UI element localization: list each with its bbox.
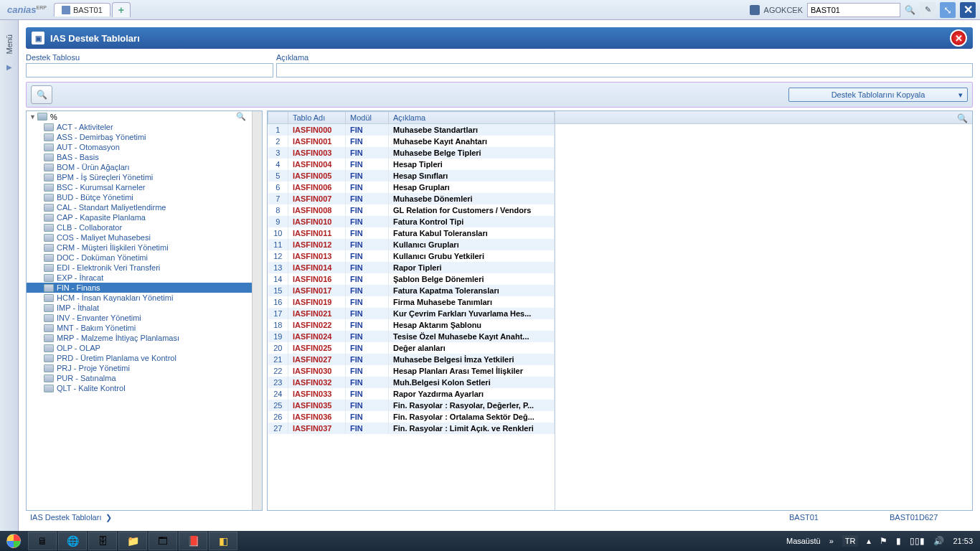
col-desc[interactable]: Açıklama xyxy=(389,112,555,124)
tree-item-label: ACT - Aktiviteler xyxy=(57,123,113,131)
tree-item[interactable]: AUT - Otomasyon xyxy=(27,142,252,152)
table-row[interactable]: 7IASFIN007FINMuhasebe Dönemleri xyxy=(268,193,555,204)
taskbar-item-folder[interactable]: 📁 xyxy=(118,532,147,550)
tree-item[interactable]: CAP - Kapasite Planlama xyxy=(27,212,252,222)
table-search-icon[interactable]: 🔍 xyxy=(957,113,968,123)
tree-item[interactable]: OLP - OLAP xyxy=(27,343,252,353)
folder-icon xyxy=(44,234,54,242)
tree-item[interactable]: MNT - Bakım Yönetimi xyxy=(27,323,252,333)
table-row[interactable]: 14IASFIN016FINŞablon Belge Dönemleri xyxy=(268,273,555,285)
taskbar-item-window[interactable]: 🗔 xyxy=(149,532,177,550)
table-row[interactable]: 5IASFIN005FINHesap Sınıfları xyxy=(268,170,555,182)
tree-item[interactable]: BPM - İş Süreçleri Yönetimi xyxy=(27,172,252,182)
new-tab-button[interactable]: + xyxy=(112,2,131,17)
tree-item[interactable]: FIN - Finans xyxy=(27,283,252,293)
flag-icon[interactable]: ⚑ xyxy=(880,536,887,546)
search-icon[interactable]: 🔍 xyxy=(905,5,915,15)
taskbar-item-db[interactable]: 🗄 xyxy=(88,532,117,550)
tree-item[interactable]: COS - Maliyet Muhasebesi xyxy=(27,232,252,242)
tree-item[interactable]: EDI - Elektronik Veri Transferi xyxy=(27,263,252,273)
network-icon[interactable]: ▯▯▮ xyxy=(910,536,925,546)
menu-expand-icon[interactable]: ▶ xyxy=(6,63,12,71)
tree-item[interactable]: PUR - Satınalma xyxy=(27,373,252,383)
tree-item[interactable]: HCM - İnsan Kaynakları Yönetimi xyxy=(27,293,252,303)
tree-item[interactable]: CRM - Müşteri İlişkileri Yönetimi xyxy=(27,242,252,253)
filter-table-input[interactable] xyxy=(26,63,273,77)
page-title: IAS Destek Tabloları xyxy=(50,33,140,44)
page-close-button[interactable]: ✕ xyxy=(950,29,967,47)
table-row[interactable]: 6IASFIN006FINHesap Grupları xyxy=(268,182,555,193)
tree-collapse-icon[interactable]: ▼ xyxy=(29,113,36,121)
tree-item[interactable]: QLT - Kalite Kontrol xyxy=(27,383,252,393)
tree-item[interactable]: BUD - Bütçe Yönetimi xyxy=(27,192,252,202)
taskbar-item-chrome[interactable]: 🌐 xyxy=(58,532,87,550)
table-row[interactable]: 13IASFIN014FINRapor Tipleri xyxy=(268,262,555,273)
cell-desc: Fin. Rasyolar : Rasyolar, Değerler, P... xyxy=(389,400,555,411)
table-row[interactable]: 4IASFIN004FINHesap Tipleri xyxy=(268,159,555,170)
table-row[interactable]: 9IASFIN010FINFatura Kontrol Tipi xyxy=(268,216,555,227)
cell-module: FIN xyxy=(346,216,389,227)
table-row[interactable]: 3IASFIN003FINMuhasebe Belge Tipleri xyxy=(268,147,555,159)
tree-item[interactable]: CLB - Collaborator xyxy=(27,222,252,232)
menu-sidebar[interactable]: Menü ▶ xyxy=(0,20,19,531)
table-row[interactable]: 15IASFIN017FINFatura Kapatma Toleranslar… xyxy=(268,285,555,296)
table-row[interactable]: 25IASFIN035FINFin. Rasyolar : Rasyolar, … xyxy=(268,400,555,411)
col-rownum[interactable] xyxy=(268,112,288,124)
tree-item[interactable]: CAL - Standart Maliyetlendirme xyxy=(27,202,252,212)
volume-icon[interactable]: 🔊 xyxy=(933,536,944,546)
filter-desc-input[interactable] xyxy=(276,63,973,77)
language-indicator[interactable]: TR xyxy=(842,535,859,547)
col-module[interactable]: Modül xyxy=(346,112,389,124)
table-row[interactable]: 16IASFIN019FINFirma Muhasebe Tanımları xyxy=(268,296,555,308)
tree-scrollbar[interactable] xyxy=(252,111,262,510)
table-row[interactable]: 26IASFIN036FINFin. Rasyolar : Ortalama S… xyxy=(268,411,555,423)
table-row[interactable]: 23IASFIN032FINMuh.Belgesi Kolon Setleri xyxy=(268,377,555,388)
tree-item[interactable]: MRP - Malzeme İhtiyaç Planlaması xyxy=(27,333,252,343)
table-row[interactable]: 27IASFIN037FINFin. Rasyolar : Limit Açık… xyxy=(268,423,555,434)
table-row[interactable]: 12IASFIN013FINKullanıcı Grubu Yetkileri xyxy=(268,250,555,262)
window-edit-button[interactable] xyxy=(920,2,936,18)
module-tree[interactable]: ▼ % 🔍 ACT - AktivitelerASS - Demirbaş Yö… xyxy=(27,111,252,510)
tree-item[interactable]: ACT - Aktiviteler xyxy=(27,122,252,132)
taskbar-item-pdf[interactable]: 📕 xyxy=(179,532,207,550)
tree-item[interactable]: PRD - Üretim Planlama ve Kontrol xyxy=(27,353,252,363)
tree-item[interactable]: BOM - Ürün Ağaçları xyxy=(27,162,252,172)
tree-item[interactable]: BSC - Kurumsal Karneler xyxy=(27,182,252,192)
search-button[interactable] xyxy=(31,85,52,104)
table-row[interactable]: 8IASFIN008FINGL Relation for Customers /… xyxy=(268,204,555,216)
breadcrumb[interactable]: IAS Destek Tabloları xyxy=(30,513,101,522)
window-maximize-button[interactable] xyxy=(940,2,956,18)
col-table-name[interactable]: Tablo Adı xyxy=(288,112,346,124)
tab-bast01[interactable]: BAST01 xyxy=(54,3,110,17)
tree-item[interactable]: PRJ - Proje Yönetimi xyxy=(27,363,252,373)
table-row[interactable]: 17IASFIN021FINKur Çevrim Farkları Yuvarl… xyxy=(268,308,555,319)
table-row[interactable]: 21IASFIN027FINMuhasebe Belgesi İmza Yetk… xyxy=(268,354,555,365)
tree-item[interactable]: INV - Envanter Yönetimi xyxy=(27,313,252,323)
table-row[interactable]: 18IASFIN022FINHesap Aktarım Şablonu xyxy=(268,319,555,331)
window-close-button[interactable] xyxy=(960,2,976,18)
table-row[interactable]: 1IASFIN000FINMuhasebe Standartları xyxy=(268,124,555,136)
copy-tables-dropdown[interactable]: Destek Tablolarını Kopyala xyxy=(788,88,968,102)
table-row[interactable]: 22IASFIN030FINHesap Planları Arası Temel… xyxy=(268,365,555,377)
tray-up-icon[interactable]: ▴ xyxy=(867,536,871,546)
start-button[interactable] xyxy=(0,531,27,551)
global-search-input[interactable] xyxy=(807,3,900,17)
table-row[interactable]: 2IASFIN001FINMuhasebe Kayıt Anahtarı xyxy=(268,136,555,147)
clock[interactable]: 21:53 xyxy=(953,537,973,545)
taskbar-item-1[interactable]: 🖥 xyxy=(28,532,57,550)
table-row[interactable]: 11IASFIN012FINKullanıcı Grupları xyxy=(268,239,555,250)
tree-item[interactable]: IMP - İthalat xyxy=(27,303,252,313)
tree-item[interactable]: DOC - Doküman Yönetimi xyxy=(27,253,252,263)
battery-icon[interactable]: ▮ xyxy=(896,536,901,546)
tree-item[interactable]: BAS - Basis xyxy=(27,152,252,162)
tree-item[interactable]: ASS - Demirbaş Yönetimi xyxy=(27,132,252,142)
table-row[interactable]: 19IASFIN024FINTesise Özel Muhasebe Kayıt… xyxy=(268,331,555,342)
status-code-2: BAST01D627 xyxy=(890,513,969,522)
table-row[interactable]: 20IASFIN025FINDeğer alanları xyxy=(268,342,555,354)
show-desktop-label[interactable]: Masaüstü xyxy=(786,537,821,545)
tree-item[interactable]: EXP - İhracat xyxy=(27,273,252,283)
tree-search-icon[interactable]: 🔍 xyxy=(236,112,249,121)
table-row[interactable]: 10IASFIN011FINFatura Kabul Toleransları xyxy=(268,227,555,239)
table-row[interactable]: 24IASFIN033FINRapor Yazdırma Ayarları xyxy=(268,388,555,400)
taskbar-item-app[interactable]: ◧ xyxy=(209,532,237,550)
